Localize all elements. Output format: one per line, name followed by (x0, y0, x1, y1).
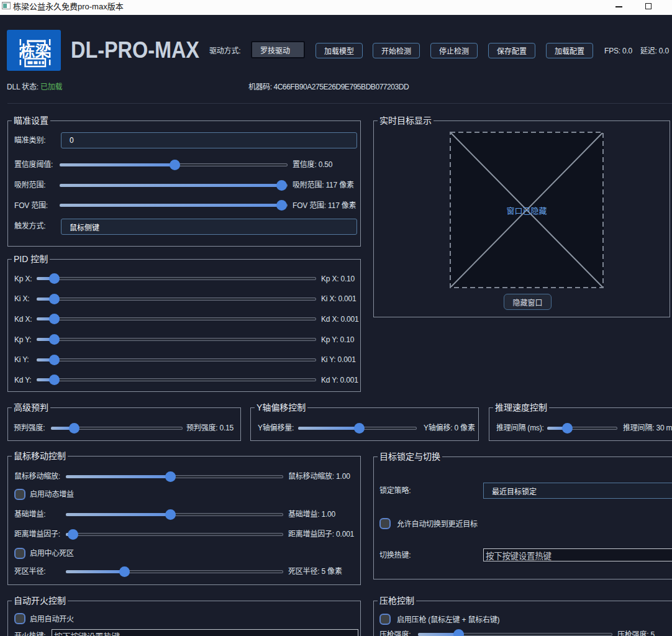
svg-text:栋梁: 栋梁 (20, 39, 50, 61)
